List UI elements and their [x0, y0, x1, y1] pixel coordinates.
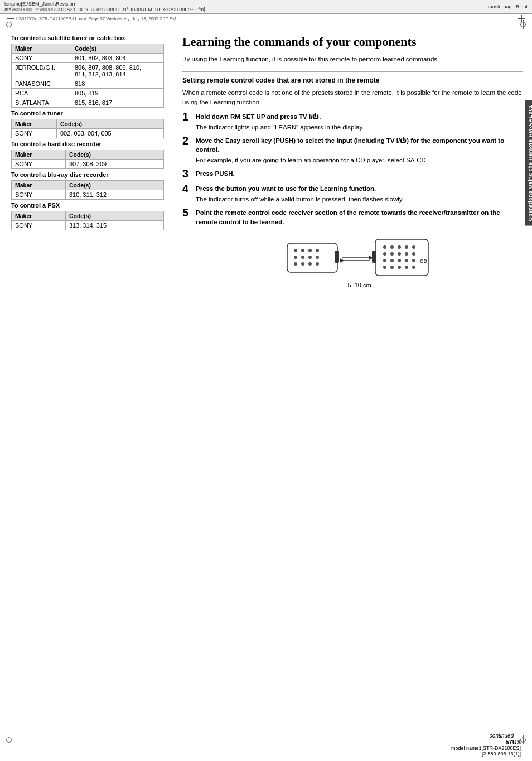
header-bar: lename[E:\SEM_Janet\Revision ata\9050000…	[0, 0, 532, 14]
cell-codes: 002, 003, 004, 005	[56, 129, 163, 138]
reg-bar: US01COV_STR-DA2100ES-U.book Page 57 Wedn…	[0, 14, 532, 23]
step-bold-4: Press the button you want to use for the…	[196, 184, 523, 193]
header-right: masterpage:Right	[488, 4, 528, 9]
satellite-title: To control a satellite tuner or cable bo…	[11, 35, 164, 41]
reg-text: US01COV_STR-DA2100ES-U.book Page 57 Wedn…	[16, 16, 176, 21]
step-number-5: 5	[182, 207, 196, 218]
blu-ray-table: Maker Code(s) SONY 310, 311, 312	[11, 180, 164, 200]
step-number-3: 3	[182, 168, 196, 179]
cell-maker: SONY	[12, 129, 57, 138]
table-header-row: Maker Code(s)	[12, 44, 164, 54]
blu-ray-title: To control a blu-ray disc recorder	[11, 171, 164, 178]
diagram-label: 5–10 cm	[347, 282, 371, 288]
step-4: 4 Press the button you want to use for t…	[182, 184, 523, 204]
step-content-1: Hold down RM SET UP and press TV I/⏻. Th…	[196, 112, 523, 132]
svg-point-33	[383, 266, 386, 269]
table-header-row: Maker Code(s)	[12, 181, 164, 190]
svg-point-11	[308, 262, 312, 266]
step-content-2: Move the Easy scroll key (PUSH) to selec…	[196, 136, 523, 165]
sidebar-text-container: Operations Using the Remote RM-AAE001	[523, 74, 532, 252]
cell-codes: 310, 311, 312	[65, 190, 163, 200]
table-header-row: Maker Code(s)	[12, 150, 164, 160]
cell-maker: JERROLD/G.I.	[12, 63, 71, 79]
diagram-container: CD 5–10 cm	[196, 235, 523, 288]
step-1: 1 Hold down RM SET UP and press TV I/⏻. …	[182, 112, 523, 132]
svg-point-8	[316, 256, 319, 259]
svg-point-25	[398, 252, 401, 256]
svg-point-3	[308, 249, 312, 252]
header-filename: lename[E:\SEM_Janet\Revision	[4, 1, 205, 7]
col-header-maker: Maker	[12, 150, 66, 160]
svg-point-12	[316, 262, 319, 266]
svg-point-22	[412, 245, 415, 249]
cell-maker: SONY	[12, 54, 71, 63]
cell-maker: RCA	[12, 89, 71, 98]
cell-maker: SONY	[12, 160, 66, 169]
col-header-codes: Code(s)	[65, 181, 163, 190]
svg-rect-13	[335, 251, 339, 263]
table-row: SONY 310, 311, 312	[12, 190, 164, 200]
table-row: SONY 801, 802, 803, 804	[12, 54, 164, 63]
cell-maker: PANASONIC	[12, 79, 71, 89]
remote-diagram: CD	[282, 235, 438, 280]
cell-codes: 313, 314, 315	[65, 221, 163, 230]
step-normal-1: The indicator lights up and “LEARN” appe…	[196, 123, 523, 132]
step-number-4: 4	[182, 183, 196, 194]
step-content-5: Point the remote control code receiver s…	[196, 208, 523, 228]
table-row: S. ATLANTA 815, 816, 817	[12, 98, 164, 108]
step-number-1: 1	[182, 111, 196, 122]
reg-mark-left: US01COV_STR-DA2100ES-U.book Page 57 Wedn…	[7, 15, 176, 22]
header-path: ata\9050000_2580805131DA2100ES_US\258080…	[4, 7, 205, 12]
svg-point-19	[390, 245, 394, 249]
svg-point-37	[412, 266, 415, 269]
table-row: RCA 805, 819	[12, 89, 164, 98]
sidebar-text: Operations Using the Remote RM-AAE001	[525, 100, 533, 226]
svg-point-1	[294, 249, 297, 252]
svg-point-2	[301, 249, 304, 252]
svg-point-21	[405, 245, 408, 249]
cell-codes: 815, 816, 817	[71, 98, 163, 108]
svg-point-31	[405, 259, 408, 262]
step-content-4: Press the button you want to use for the…	[196, 184, 523, 204]
svg-rect-17	[372, 251, 376, 263]
svg-point-36	[405, 266, 408, 269]
step-bold-3: Press PUSH.	[196, 169, 523, 178]
right-column: Learning the commands of your components…	[173, 29, 532, 738]
step-3: 3 Press PUSH.	[182, 169, 523, 180]
header-left: lename[E:\SEM_Janet\Revision ata\9050000…	[4, 1, 205, 12]
section-psx: To control a PSX Maker Code(s) SONY 313,…	[11, 202, 164, 230]
svg-point-27	[412, 252, 415, 256]
col-header-codes: Code(s)	[56, 119, 163, 129]
table-header-row: Maker Code(s)	[12, 119, 164, 129]
footer-continued: continued —	[451, 733, 521, 739]
cell-codes: 806, 807, 808, 809, 810,811, 812, 813, 8…	[71, 63, 163, 79]
svg-point-20	[398, 245, 401, 249]
col-header-maker: Maker	[12, 44, 71, 54]
step-bold-1: Hold down RM SET UP and press TV I/⏻.	[196, 112, 523, 121]
section-satellite: To control a satellite tuner or cable bo…	[11, 35, 164, 108]
table-row: SONY 313, 314, 315	[12, 221, 164, 230]
divider	[182, 71, 523, 72]
svg-point-32	[412, 259, 415, 262]
col-header-maker: Maker	[12, 181, 66, 190]
cell-maker: S. ATLANTA	[12, 98, 71, 108]
step-bold-5: Point the remote control code receiver s…	[196, 208, 523, 226]
col-header-codes: Code(s)	[65, 150, 163, 160]
col-header-codes: Code(s)	[65, 211, 163, 221]
svg-rect-16	[375, 239, 428, 276]
col-header-maker: Maker	[12, 119, 57, 129]
tuner-title: To control a tuner	[11, 110, 164, 117]
cell-codes: 307, 308, 309	[65, 160, 163, 169]
table-row: SONY 002, 003, 004, 005	[12, 129, 164, 138]
table-header-row: Maker Code(s)	[12, 211, 164, 221]
step-5: 5 Point the remote control code receiver…	[182, 208, 523, 228]
cell-maker: SONY	[12, 221, 66, 230]
main-content: To control a satellite tuner or cable bo…	[0, 23, 532, 738]
section-hard-disc: To control a hard disc recorder Maker Co…	[11, 141, 164, 169]
svg-point-30	[398, 259, 401, 262]
table-row: PANASONIC 818	[12, 79, 164, 89]
tuner-table: Maker Code(s) SONY 002, 003, 004, 005	[11, 119, 164, 138]
svg-point-7	[308, 256, 312, 259]
svg-point-35	[398, 266, 401, 269]
svg-point-28	[383, 259, 386, 262]
